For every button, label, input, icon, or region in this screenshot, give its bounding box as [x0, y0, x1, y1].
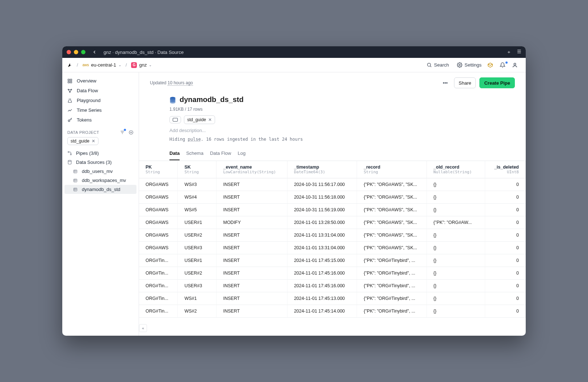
region-selector[interactable]: aws eu-central-1 ⌄ — [83, 62, 121, 68]
filter-tag[interactable]: std_guide ✕ — [67, 137, 98, 145]
search-button[interactable]: Search — [424, 62, 451, 68]
box-icon[interactable] — [487, 62, 496, 68]
column-header-PK[interactable]: PKString — [139, 161, 178, 178]
table-cell: INSERT — [217, 280, 287, 292]
table-icon — [73, 178, 78, 183]
share-button[interactable]: Share — [454, 77, 476, 88]
app-window: gnz · dynamodb_ds_std · Data Source ＋ ☰ … — [62, 46, 526, 336]
table-cell: 2024-11-01 17:45:13.000 — [287, 292, 357, 305]
column-header-_timestamp[interactable]: _timestampDateTime64(3) — [287, 161, 357, 178]
titlebar: gnz · dynamodb_ds_std · Data Source ＋ ☰ — [62, 46, 526, 58]
filter-icon[interactable] — [120, 130, 125, 135]
table-cell: ORG#Tin... — [139, 254, 178, 267]
table-cell: 0 — [485, 178, 525, 191]
table-cell: USER#2 — [178, 229, 217, 242]
pipes-group[interactable]: Pipes (3/8) — [62, 149, 139, 158]
maximize-window-icon[interactable] — [81, 50, 85, 54]
column-header-_is_deleted[interactable]: _is_deletedUInt8 — [485, 161, 525, 178]
pulse-link[interactable]: pulse — [188, 137, 201, 142]
clear-filter-icon[interactable]: ✕ — [92, 139, 95, 144]
collapse-sidebar-button[interactable]: « — [139, 324, 147, 332]
table-cell: INSERT — [217, 254, 287, 267]
data-table[interactable]: PKStringSKString_event_nameLowCardinalit… — [139, 161, 526, 336]
table-cell: 2024-11-01 13:31:04.000 — [287, 242, 357, 254]
table-row[interactable]: ORG#Tin...WS#2INSERT2024-11-01 17:45:14.… — [139, 305, 526, 318]
table-cell: USER#1 — [178, 216, 217, 229]
workspace-label: gnz — [139, 62, 147, 68]
datasource-item-ddb_workspaces_mv[interactable]: ddb_workspaces_mv — [62, 176, 139, 185]
table-row[interactable]: ORG#AWSUSER#2INSERT2024-11-01 13:31:04.0… — [139, 229, 526, 242]
tag-chip[interactable]: std_guide ✕ — [184, 115, 215, 124]
more-actions-button[interactable]: ••• — [440, 78, 450, 88]
tab-schema[interactable]: Schema — [186, 150, 203, 160]
table-cell: INSERT — [217, 292, 287, 305]
sidebar-item-tokens[interactable]: Tokens — [62, 115, 139, 125]
column-header-_event_name[interactable]: _event_nameLowCardinality(String) — [217, 161, 287, 178]
table-cell: 2024-11-01 13:28:50.000 — [287, 216, 357, 229]
table-row[interactable]: ORG#Tin...USER#1INSERT2024-11-01 17:45:1… — [139, 254, 526, 267]
sidebar-item-overview[interactable]: Overview — [62, 76, 139, 86]
new-tab-button[interactable]: ＋ — [507, 49, 511, 55]
table-row[interactable]: ORG#Tin...USER#2INSERT2024-11-01 17:45:1… — [139, 267, 526, 280]
description-placeholder[interactable]: Add description... — [169, 126, 515, 135]
table-cell: {"PK": "ORG#Tinybird", ... — [357, 292, 427, 305]
svg-point-20 — [68, 160, 71, 161]
table-cell: 0 — [485, 254, 525, 267]
sidebar: OverviewData FlowPlaygroundTime SeriesTo… — [62, 72, 139, 336]
notifications-icon[interactable] — [500, 62, 508, 68]
table-cell: 2024-11-01 17:45:14.000 — [287, 305, 357, 318]
table-cell: {} — [427, 178, 485, 191]
table-cell: {} — [427, 204, 485, 216]
create-pipe-button[interactable]: Create Pipe — [479, 77, 515, 88]
updated-text: Updated 10 hours ago — [150, 80, 193, 85]
datasources-group[interactable]: Data Sources (3) — [62, 158, 139, 167]
column-header-SK[interactable]: SKString — [178, 161, 217, 178]
tab-log[interactable]: Log — [238, 150, 245, 160]
svg-rect-4 — [68, 79, 70, 80]
timeseries-icon — [67, 108, 73, 113]
table-row[interactable]: ORG#AWSUSER#1MODIFY2024-11-01 13:28:50.0… — [139, 216, 526, 229]
table-cell: {"PK": "ORG#Tinybird", ... — [357, 305, 427, 318]
add-icon[interactable] — [129, 130, 134, 135]
table-row[interactable]: ORG#AWSWS#4INSERT2024-10-31 11:56:18.000… — [139, 191, 526, 204]
svg-line-1 — [430, 66, 431, 67]
table-icon — [73, 187, 78, 192]
back-button[interactable] — [92, 50, 99, 55]
settings-button[interactable]: Settings — [455, 62, 484, 68]
schema-chip[interactable] — [169, 116, 181, 123]
logo-icon[interactable] — [67, 63, 72, 68]
tab-data-flow[interactable]: Data Flow — [210, 150, 231, 160]
table-cell: {"PK": "ORG#AWS", "SK... — [357, 229, 427, 242]
sidebar-item-time-series[interactable]: Time Series — [62, 105, 139, 115]
table-row[interactable]: ORG#AWSWS#3INSERT2024-10-31 11:56:17.000… — [139, 178, 526, 191]
sidebar-item-data-flow[interactable]: Data Flow — [62, 86, 139, 96]
close-window-icon[interactable] — [67, 50, 71, 54]
sidebar-item-playground[interactable]: Playground — [62, 96, 139, 105]
datasource-item-dynamodb_ds_std[interactable]: dynamodb_ds_std — [64, 185, 136, 194]
datasource-meta: 1.91KB / 17 rows — [169, 107, 515, 112]
database-icon — [169, 96, 176, 103]
table-cell: {"PK": "ORG#Tinybird", ... — [357, 267, 427, 280]
table-cell: 0 — [485, 267, 525, 280]
column-header-_old_record[interactable]: _old_recordNullable(String) — [427, 161, 485, 178]
remove-tag-icon[interactable]: ✕ — [208, 117, 212, 122]
table-cell: 0 — [485, 216, 525, 229]
table-row[interactable]: ORG#AWSWS#5INSERT2024-10-31 11:56:19.000… — [139, 204, 526, 216]
main-content: Updated 10 hours ago ••• Share Create Pi… — [139, 72, 526, 336]
updated-time-link[interactable]: 10 hours ago — [168, 80, 193, 86]
datasource-item-ddb_users_mv[interactable]: ddb_users_mv — [62, 167, 139, 176]
table-cell: USER#3 — [178, 242, 217, 254]
workspace-selector[interactable]: G gnz ⌄ — [131, 62, 152, 68]
table-row[interactable]: ORG#Tin...USER#3INSERT2024-11-01 17:45:1… — [139, 280, 526, 292]
overview-icon — [67, 78, 73, 84]
table-row[interactable]: ORG#AWSUSER#3INSERT2024-11-01 13:31:04.0… — [139, 242, 526, 254]
table-row[interactable]: ORG#Tin...WS#1INSERT2024-11-01 17:45:13.… — [139, 292, 526, 305]
aws-icon: aws — [83, 63, 89, 67]
user-icon[interactable] — [512, 62, 521, 68]
svg-point-10 — [70, 92, 70, 92]
minimize-window-icon[interactable] — [74, 50, 78, 54]
menu-button[interactable]: ☰ — [517, 49, 521, 55]
table-cell: {} — [427, 305, 485, 318]
column-header-_record[interactable]: _recordString — [357, 161, 427, 178]
tab-data[interactable]: Data — [169, 150, 180, 160]
